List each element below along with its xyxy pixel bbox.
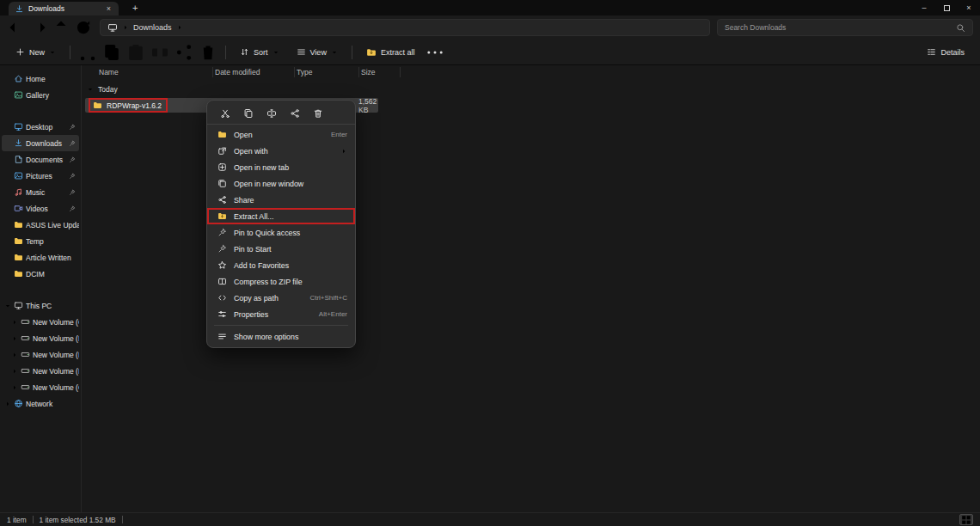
menu-item-open-with[interactable]: Open with: [207, 143, 355, 159]
sidebar-item-this-pc[interactable]: This PC: [2, 297, 79, 314]
plus-icon: [15, 47, 25, 57]
drive-icon: [21, 333, 30, 343]
share-button[interactable]: [287, 106, 303, 121]
refresh-button[interactable]: [74, 19, 93, 36]
new-button[interactable]: New: [9, 43, 63, 62]
up-button[interactable]: [52, 19, 70, 36]
delete-button[interactable]: [198, 43, 218, 62]
thumbnail-view-button[interactable]: [959, 514, 973, 525]
chevron-down-icon: [49, 49, 56, 56]
extract-icon: [217, 211, 227, 221]
sidebar-item-pictures[interactable]: Pictures: [2, 168, 79, 184]
copy-button[interactable]: [241, 106, 256, 121]
paste-button[interactable]: [126, 43, 146, 62]
chevron-spacer: [4, 156, 11, 163]
chevron-right-icon[interactable]: [11, 384, 18, 391]
view-button[interactable]: View: [290, 43, 345, 62]
sort-button[interactable]: Sort: [233, 43, 286, 62]
sidebar-item-label: Videos: [26, 205, 66, 213]
sidebar-item-network[interactable]: Network: [2, 395, 79, 412]
file-explorer-window: Downloads × + – × Downloads Search Downl…: [0, 0, 980, 526]
sidebar-item-desktop[interactable]: Desktop: [2, 119, 79, 135]
sidebar-item-music[interactable]: Music: [2, 184, 79, 200]
extract-all-button[interactable]: Extract all: [359, 43, 422, 62]
menu-item-pin-to-quick-access[interactable]: Pin to Quick access: [207, 224, 355, 241]
breadcrumb[interactable]: Downloads: [100, 19, 710, 36]
rename-button[interactable]: [150, 43, 170, 62]
chevron-right-icon[interactable]: [11, 319, 18, 326]
delete-button[interactable]: [310, 106, 326, 121]
copy-button[interactable]: [101, 43, 122, 62]
more-options-button[interactable]: [425, 43, 445, 62]
sidebar-item-temp[interactable]: Temp: [2, 233, 79, 249]
sidebar-item-label: Article Written: [26, 254, 79, 262]
folder-open-icon: [217, 130, 227, 139]
folder-icon: [93, 101, 102, 110]
new-tab-button[interactable]: +: [127, 3, 143, 13]
sidebar-item-article-written[interactable]: Article Written: [2, 249, 79, 266]
chevron-right-icon[interactable]: [11, 368, 18, 375]
details-pane-button[interactable]: Details: [920, 43, 971, 62]
sidebar-item-asus-live-update[interactable]: ASUS Live Update: [2, 217, 79, 233]
details-view-button[interactable]: [944, 514, 958, 525]
sidebar-item-label: New Volume (F:): [33, 367, 79, 376]
sidebar-item-home[interactable]: Home: [2, 70, 79, 87]
menu-item-open[interactable]: OpenEnter: [207, 126, 355, 143]
back-button[interactable]: [7, 19, 26, 36]
sidebar-item-new-volume-c-[interactable]: New Volume (C:): [2, 314, 79, 330]
file-list-area: NameDate modifiedTypeSize Today RDPWrap-…: [82, 65, 980, 512]
menu-item-share[interactable]: Share: [207, 192, 355, 208]
minimize-button[interactable]: –: [913, 0, 935, 15]
tab-close-icon[interactable]: ×: [105, 4, 113, 13]
navigation-bar: Downloads Search Downloads: [0, 15, 980, 40]
sidebar-item-videos[interactable]: Videos: [2, 200, 79, 217]
chevron-right-icon[interactable]: [11, 352, 18, 358]
chevron-down-icon[interactable]: [4, 303, 11, 309]
rename-button[interactable]: [264, 106, 279, 121]
menu-item-copy-as-path[interactable]: Copy as pathCtrl+Shift+C: [207, 290, 355, 306]
menu-item-add-to-favorites[interactable]: Add to Favorites: [207, 257, 355, 273]
menu-item-open-in-new-tab[interactable]: Open in new tab: [207, 159, 355, 175]
maximize-button[interactable]: [935, 0, 958, 15]
close-button[interactable]: ×: [958, 0, 980, 15]
pin-icon: [217, 244, 227, 254]
chevron-spacer: [4, 254, 11, 261]
chevron-right-icon[interactable]: [11, 335, 18, 342]
forward-button[interactable]: [29, 19, 48, 36]
sidebar-item-label: Home: [26, 75, 79, 83]
tab-downloads[interactable]: Downloads ×: [9, 2, 119, 15]
group-header-today[interactable]: Today: [87, 83, 980, 95]
sidebar-item-new-volume-e-[interactable]: New Volume (E:): [2, 346, 79, 363]
column-header-name[interactable]: Name: [97, 67, 213, 77]
sidebar-item-new-volume-f-[interactable]: New Volume (F:): [2, 363, 79, 379]
breadcrumb-item-downloads[interactable]: Downloads: [133, 23, 172, 32]
menu-item-compress-to-zip-file[interactable]: Compress to ZIP file: [207, 273, 355, 290]
chevron-right-icon[interactable]: [4, 401, 11, 407]
search-input[interactable]: Search Downloads: [717, 19, 973, 36]
column-headers: NameDate modifiedTypeSize: [82, 65, 980, 79]
sidebar-item-downloads[interactable]: Downloads: [2, 135, 79, 151]
star-icon: [217, 260, 227, 270]
menu-item-properties[interactable]: PropertiesAlt+Enter: [207, 306, 355, 322]
column-header-date-modified[interactable]: Date modified: [213, 67, 295, 77]
music-icon: [14, 187, 23, 197]
menu-item-label: Show more options: [234, 333, 298, 341]
menu-item-label: Pin to Start: [234, 245, 272, 254]
sidebar-item-label: This PC: [26, 302, 79, 310]
sidebar-item-gallery[interactable]: Gallery: [2, 87, 79, 103]
share-button[interactable]: [174, 43, 194, 62]
sidebar-item-new-volume-d-[interactable]: New Volume (D:): [2, 330, 79, 346]
sidebar-item-documents[interactable]: Documents: [2, 151, 79, 168]
column-header-type[interactable]: Type: [295, 67, 359, 77]
cut-button[interactable]: [217, 106, 233, 121]
column-header-size[interactable]: Size: [359, 67, 401, 77]
sidebar-item-new-volume-g-[interactable]: New Volume (G:): [2, 379, 79, 395]
cut-button[interactable]: [77, 43, 98, 62]
menu-item-open-in-new-window[interactable]: Open in new window: [207, 175, 355, 192]
menu-item-show-more-options[interactable]: Show more options: [207, 328, 355, 345]
share-icon: [217, 195, 227, 205]
menu-item-extract-all-[interactable]: Extract All...: [207, 208, 355, 224]
menu-item-pin-to-start[interactable]: Pin to Start: [207, 241, 355, 257]
new-button-label: New: [29, 48, 45, 57]
sidebar-item-dcim[interactable]: DCIM: [2, 266, 79, 282]
